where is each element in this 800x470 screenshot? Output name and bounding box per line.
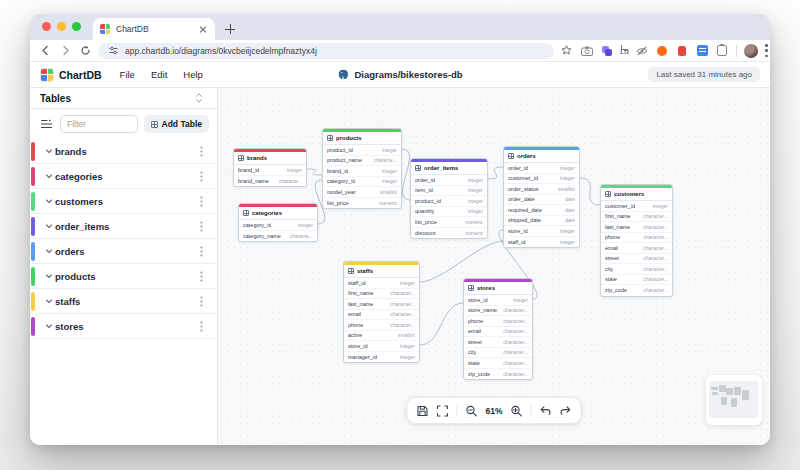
chevron-down-icon[interactable]	[43, 293, 55, 309]
zoom-in-icon[interactable]	[511, 405, 523, 417]
table-field-row: discountnumeric	[411, 228, 487, 239]
table-node-header[interactable]: brands	[234, 152, 306, 165]
save-icon[interactable]	[416, 405, 428, 417]
relationship-brands.brand_id-products.brand_id[interactable]	[307, 169, 322, 175]
reload-icon[interactable]	[78, 44, 92, 58]
undo-icon[interactable]	[540, 405, 552, 417]
table-node-staffs[interactable]: staffsstaff_idintegerfirst_namecharacter…	[343, 261, 420, 363]
table-node-header[interactable]: products	[323, 132, 401, 145]
sidebar-item-categories[interactable]: categories	[30, 164, 217, 189]
sidebar-item-stores[interactable]: stores	[30, 314, 217, 339]
item-menu-icon[interactable]	[193, 143, 209, 159]
table-node-header[interactable]: orders	[504, 150, 579, 163]
collapse-panel-icon[interactable]	[191, 90, 207, 106]
field-type: character...	[503, 307, 528, 313]
zoom-level-label[interactable]: 61%	[485, 406, 502, 416]
chevron-down-icon[interactable]	[43, 143, 55, 159]
price-badge-extension-icon[interactable]: 1.72	[620, 45, 629, 56]
relationship-products.product_id-order_items.product_id[interactable]	[402, 149, 410, 200]
chevron-down-icon[interactable]	[43, 243, 55, 259]
table-node-categories[interactable]: categoriescategory_idintegercategory_nam…	[238, 203, 318, 242]
item-menu-icon[interactable]	[193, 318, 209, 334]
red-extension-icon[interactable]	[676, 44, 689, 57]
sidebar-item-products[interactable]: products	[30, 264, 217, 289]
table-color-bar	[31, 267, 35, 286]
fit-view-icon[interactable]	[436, 405, 448, 417]
list-view-icon[interactable]	[38, 116, 54, 132]
minimize-window-button[interactable]	[57, 22, 66, 31]
zoom-out-icon[interactable]	[465, 405, 477, 417]
browser-menu-icon[interactable]	[765, 44, 768, 57]
chevron-down-icon[interactable]	[43, 268, 55, 284]
table-node-products[interactable]: productsproduct_idintegerproduct_namecha…	[322, 128, 402, 209]
side-panel-icon[interactable]	[716, 44, 729, 57]
relationship-staffs.staff_id-orders.staff_id[interactable]	[420, 241, 503, 282]
site-settings-icon[interactable]	[106, 44, 120, 58]
field-type: integer	[560, 165, 575, 171]
zoom-window-button[interactable]	[72, 22, 81, 31]
new-tab-button[interactable]	[221, 20, 239, 38]
camera-extension-icon[interactable]	[580, 44, 593, 57]
item-menu-icon[interactable]	[193, 243, 209, 259]
relationship-orders.customer_id-customers.customer_id[interactable]	[580, 178, 600, 205]
bookmark-star-icon[interactable]	[560, 44, 573, 57]
diagram-canvas[interactable]: brandsbrand_idintegerbrand_namecharacte.…	[218, 88, 770, 445]
forward-icon[interactable]	[58, 44, 72, 58]
table-field-row: statecharacter...	[601, 275, 672, 286]
profile-avatar[interactable]	[744, 44, 758, 58]
sidebar-item-label: products	[55, 271, 193, 282]
field-name: manager_id	[348, 354, 377, 360]
sidebar-item-orders[interactable]: orders	[30, 239, 217, 264]
app-brand[interactable]: ChartDB	[40, 68, 102, 82]
table-node-stores[interactable]: storesstore_idintegerstore_namecharacter…	[463, 278, 533, 380]
sidebar-item-order_items[interactable]: order_items	[30, 214, 217, 239]
breadcrumb[interactable]: Diagrams/bikestores-db	[337, 69, 462, 80]
sidebar-item-customers[interactable]: customers	[30, 189, 217, 214]
chevron-down-icon[interactable]	[43, 318, 55, 334]
item-menu-icon[interactable]	[193, 268, 209, 284]
table-node-order_items[interactable]: order_itemsorder_idintegeritem_idinteger…	[410, 158, 488, 239]
add-table-button[interactable]: Add Table	[144, 115, 209, 133]
field-name: store_id	[348, 343, 368, 349]
address-bar[interactable]: app.chartdb.io/diagrams/0kvcbeiijcedelmp…	[98, 43, 554, 59]
filter-input[interactable]	[60, 115, 138, 133]
menu-edit[interactable]: Edit	[151, 69, 167, 80]
minimap[interactable]	[706, 375, 762, 425]
item-menu-icon[interactable]	[193, 168, 209, 184]
field-name: category_id	[327, 178, 355, 184]
menu-help[interactable]: Help	[183, 69, 203, 80]
menu-file[interactable]: File	[120, 69, 135, 80]
field-name: category_id	[243, 222, 271, 228]
chevron-down-icon[interactable]	[43, 218, 55, 234]
back-icon[interactable]	[38, 44, 52, 58]
item-menu-icon[interactable]	[193, 193, 209, 209]
redo-icon[interactable]	[560, 405, 572, 417]
sidebar-item-brands[interactable]: brands	[30, 139, 217, 164]
table-node-brands[interactable]: brandsbrand_idintegerbrand_namecharacte.…	[233, 148, 307, 187]
sidebar-item-staffs[interactable]: staffs	[30, 289, 217, 314]
relationship-staffs.store_id-stores.store_id[interactable]	[420, 303, 463, 345]
tab-close-icon[interactable]	[198, 24, 208, 34]
table-node-header[interactable]: stores	[464, 282, 532, 295]
purple-squares-extension-icon[interactable]	[600, 44, 613, 57]
close-window-button[interactable]	[42, 22, 51, 31]
table-node-customers[interactable]: customerscustomer_idintegerfirst_namecha…	[600, 184, 673, 297]
relationship-order_items.order_id-orders.order_id[interactable]	[488, 167, 503, 179]
table-node-header[interactable]: staffs	[344, 265, 419, 278]
orange-extension-icon[interactable]	[656, 44, 669, 57]
browser-tab[interactable]: ChartDB	[93, 18, 215, 40]
table-node-header[interactable]: customers	[601, 188, 672, 201]
table-node-header[interactable]: order_items	[411, 162, 487, 175]
item-menu-icon[interactable]	[193, 293, 209, 309]
app-menus: File Edit Help	[120, 69, 203, 80]
chevron-down-icon[interactable]	[43, 168, 55, 184]
chevron-down-icon[interactable]	[43, 193, 55, 209]
table-field-row: emailcharacter...	[601, 243, 672, 254]
field-type: characte...	[279, 178, 302, 184]
item-menu-icon[interactable]	[193, 218, 209, 234]
translate-extension-icon[interactable]	[696, 44, 709, 57]
eye-off-extension-icon[interactable]	[636, 44, 649, 57]
table-node-orders[interactable]: ordersorder_idintegercustomer_idintegero…	[503, 146, 580, 248]
sidebar-item-label: stores	[55, 321, 193, 332]
table-node-header[interactable]: categories	[239, 207, 317, 220]
